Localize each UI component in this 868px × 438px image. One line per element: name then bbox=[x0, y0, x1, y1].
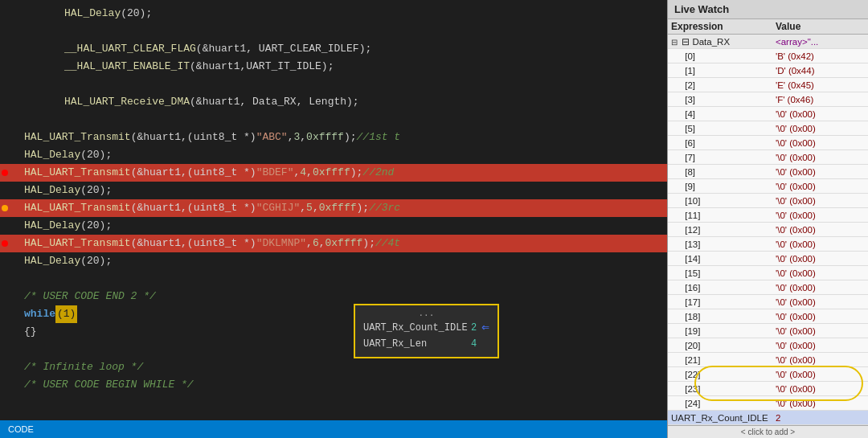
watch-panel-wrapper: Live Watch Expression Value ⊟ ⊟ Data_RX … bbox=[667, 0, 868, 438]
popup-row-2: UART_Rx_Len 4 bbox=[363, 336, 489, 352]
watch-item-row[interactable]: [17] '\0' (0x00) bbox=[668, 295, 868, 309]
watch-items: [0] 'B' (0x42) [1] 'D' (0x44) [2] 'E' (0… bbox=[668, 49, 868, 411]
item-label: [18] bbox=[685, 312, 700, 321]
code-token: HAL_Delay bbox=[24, 182, 80, 199]
code-line bbox=[0, 23, 667, 40]
item-label: [5] bbox=[685, 124, 695, 133]
watch-item-expr: [22] bbox=[671, 370, 776, 379]
item-label: [22] bbox=[685, 370, 700, 379]
watch-item-val: '\0' (0x00) bbox=[776, 153, 816, 162]
watch-item-val: 'D' (0x44) bbox=[776, 66, 815, 76]
watch-item-expr: [2] bbox=[671, 80, 776, 90]
watch-item-row[interactable]: [13] '\0' (0x00) bbox=[668, 237, 868, 252]
watch-item-row[interactable]: [8] '\0' (0x00) bbox=[668, 165, 868, 179]
code-token: , bbox=[300, 129, 306, 146]
watch-item-row[interactable]: [19] '\0' (0x00) bbox=[668, 324, 868, 338]
watch-item-val: 'F' (0x46) bbox=[776, 95, 813, 104]
watch-item-row[interactable]: [11] '\0' (0x00) bbox=[668, 208, 868, 223]
item-label: [11] bbox=[685, 211, 700, 220]
watch-item-row[interactable]: [7] '\0' (0x00) bbox=[668, 150, 868, 165]
code-token: 0xffff bbox=[326, 235, 363, 252]
code-token: (&huart1,(uint8_t *) bbox=[131, 164, 256, 182]
watch-footer[interactable]: < click to add > bbox=[668, 425, 868, 438]
watch-item-row[interactable]: [15] '\0' (0x00) bbox=[668, 266, 868, 280]
code-panel: HAL_Delay(20); __HAL_UART_CLEAR_FLAG(&hu… bbox=[0, 0, 667, 438]
popup-label-1: UART_Rx_Count_IDLE bbox=[363, 320, 468, 336]
item-label: [17] bbox=[685, 297, 700, 307]
code-token: 5 bbox=[306, 199, 313, 217]
code-token: , bbox=[293, 164, 300, 182]
watch-item-val: '\0' (0x00) bbox=[776, 341, 816, 350]
code-token: 6 bbox=[313, 235, 319, 252]
code-line: HAL_UART_Transmit(&huart1,(uint8_t *)"AB… bbox=[0, 129, 667, 146]
watch-item-expr: [8] bbox=[671, 167, 776, 177]
code-line-while: while(1) bbox=[0, 305, 667, 323]
watch-bottom-row[interactable]: UART_Rx_Count_IDLE 2 bbox=[668, 411, 868, 425]
watch-item-row[interactable]: [21] '\0' (0x00) bbox=[668, 353, 868, 367]
code-line bbox=[0, 341, 667, 358]
watch-item-row[interactable]: [0] 'B' (0x42) bbox=[668, 49, 868, 63]
watch-item-expr: [11] bbox=[671, 211, 776, 220]
code-line bbox=[0, 111, 667, 129]
code-token: ); bbox=[357, 199, 370, 217]
watch-val-root: <array>"... bbox=[776, 37, 818, 47]
code-line: HAL_Delay(20); bbox=[0, 217, 667, 235]
watch-item-row[interactable]: [5] '\0' (0x00) bbox=[668, 121, 868, 136]
item-label: [7] bbox=[685, 153, 695, 162]
code-content: HAL_Delay(20); __HAL_UART_CLEAR_FLAG(&hu… bbox=[0, 0, 667, 399]
watch-item-expr: [12] bbox=[671, 225, 776, 235]
popup-val-1: 2 bbox=[471, 320, 477, 336]
code-line: HAL_Delay(20); bbox=[0, 5, 667, 23]
code-token: (&huart1,UART_IT_IDLE); bbox=[190, 58, 334, 76]
watch-item-expr: [10] bbox=[671, 196, 776, 206]
popup-label-2: UART_Rx_Len bbox=[363, 336, 468, 352]
item-label: [10] bbox=[685, 196, 700, 206]
watch-item-expr: [9] bbox=[671, 182, 776, 191]
watch-item-row[interactable]: [20] '\0' (0x00) bbox=[668, 338, 868, 353]
watch-item-row[interactable]: [14] '\0' (0x00) bbox=[668, 252, 868, 266]
while-keyword: while bbox=[24, 305, 55, 323]
code-token: , bbox=[306, 235, 313, 252]
watch-item-expr: [5] bbox=[671, 124, 776, 133]
code-token: (1) bbox=[55, 305, 77, 323]
watch-item-row[interactable]: [10] '\0' (0x00) bbox=[668, 194, 868, 208]
watch-item-val: '\0' (0x00) bbox=[776, 370, 816, 379]
code-token: (&huart1, Data_RX, Length); bbox=[190, 93, 359, 111]
watch-item-row[interactable]: [18] '\0' (0x00) bbox=[668, 309, 868, 324]
code-token: 0xffff bbox=[306, 129, 344, 146]
item-label: [6] bbox=[685, 138, 695, 148]
code-token: 0xffff bbox=[319, 199, 357, 217]
code-label: CODE bbox=[8, 424, 34, 434]
watch-item-row[interactable]: [9] '\0' (0x00) bbox=[668, 179, 868, 194]
watch-item-row[interactable]: [3] 'F' (0x46) bbox=[668, 92, 868, 107]
item-label: [23] bbox=[685, 384, 700, 394]
watch-item-expr: [17] bbox=[671, 297, 776, 307]
code-line: HAL_Delay(20); bbox=[0, 252, 667, 270]
watch-item-row[interactable]: [22] '\0' (0x00) bbox=[668, 367, 868, 382]
watch-item-row[interactable]: [1] 'D' (0x44) bbox=[668, 63, 868, 78]
watch-item-expr: [3] bbox=[671, 95, 776, 104]
watch-item-expr: [23] bbox=[671, 384, 776, 394]
code-token: {} bbox=[24, 323, 37, 341]
code-token: //2nd bbox=[362, 164, 394, 182]
watch-item-row[interactable]: [16] '\0' (0x00) bbox=[668, 280, 868, 295]
watch-item-row[interactable]: [12] '\0' (0x00) bbox=[668, 223, 868, 237]
watch-item-val: '\0' (0x00) bbox=[776, 225, 816, 235]
watch-item-row[interactable]: [6] '\0' (0x00) bbox=[668, 136, 868, 150]
code-token: HAL_UART_Transmit bbox=[24, 129, 131, 146]
watch-item-row[interactable]: [24] '\0' (0x00) bbox=[668, 396, 868, 411]
watch-bottom-val: 2 bbox=[776, 413, 780, 423]
popup-title: ... bbox=[363, 309, 489, 318]
code-token: //1st t bbox=[357, 129, 401, 146]
code-line: __HAL_UART_ENABLE_IT(&huart1,UART_IT_IDL… bbox=[0, 58, 667, 76]
watch-item-val: '\0' (0x00) bbox=[776, 355, 816, 365]
code-token: (20); bbox=[80, 217, 112, 235]
watch-item-row[interactable]: [23] '\0' (0x00) bbox=[668, 382, 868, 396]
watch-row-root[interactable]: ⊟ ⊟ Data_RX <array>"... bbox=[668, 35, 868, 49]
expand-icon: ⊟ bbox=[671, 38, 679, 47]
watch-item-val: '\0' (0x00) bbox=[776, 211, 816, 220]
code-token: "DKLMNP" bbox=[256, 235, 306, 252]
watch-body[interactable]: ⊟ ⊟ Data_RX <array>"... [0] 'B' (0x42) [… bbox=[668, 35, 868, 425]
watch-item-row[interactable]: [2] 'E' (0x45) bbox=[668, 78, 868, 92]
watch-item-row[interactable]: [4] '\0' (0x00) bbox=[668, 107, 868, 121]
